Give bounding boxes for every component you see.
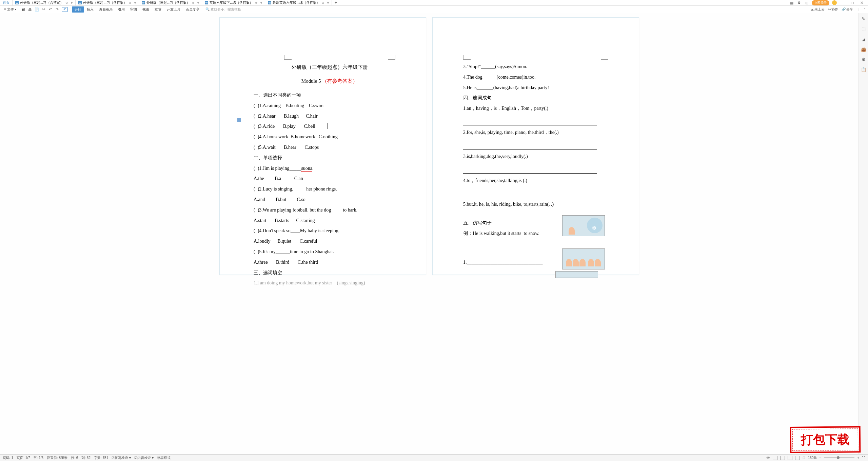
- pin-icon[interactable]: ⊘: [255, 1, 258, 4]
- document-tab-0[interactable]: W 外研版（三起...习（含答案） ⊘ ▾: [13, 0, 76, 6]
- pin-icon[interactable]: ⊘: [129, 1, 132, 4]
- tab-label: 外研版（三起...习（含答案）: [20, 0, 63, 5]
- login-button[interactable]: 立即登录: [812, 0, 829, 5]
- minimize-button[interactable]: —: [840, 0, 846, 5]
- close-icon[interactable]: ▾: [134, 1, 136, 5]
- home-label: 首页: [3, 0, 9, 5]
- new-tab-button[interactable]: +: [332, 0, 340, 5]
- kebab-icon[interactable]: ⋮: [856, 7, 860, 11]
- word-icon: W: [268, 1, 271, 4]
- print-icon[interactable]: 🖶: [28, 7, 33, 12]
- hamburger-icon: ≡: [4, 7, 6, 11]
- titlebar-right: ▦ ♛ ⊞ 立即登录 — □ ✕: [789, 0, 868, 5]
- search-placeholder: 查找命令、搜索模板: [211, 7, 241, 12]
- search-icon: 🔍: [205, 7, 210, 11]
- document-tab-3[interactable]: W 英语六年级下...练（含答案） ⊘ ▾: [202, 0, 265, 6]
- word-icon: W: [78, 1, 82, 4]
- word-icon: W: [142, 1, 145, 4]
- cut-icon[interactable]: ✂: [41, 7, 46, 12]
- save-icon[interactable]: 🖬: [21, 7, 26, 12]
- chevron-down-icon: ▾: [15, 8, 16, 11]
- document-tab-1[interactable]: W 外研版（三起...习（含答案） ⊘ ▾: [76, 0, 139, 6]
- collapse-ribbon-icon[interactable]: ⌃: [863, 8, 866, 11]
- avatar[interactable]: [832, 0, 837, 5]
- ribbon-tab-view[interactable]: 视图: [140, 6, 152, 13]
- ribbon-tab-devtools[interactable]: 开发工具: [164, 6, 183, 13]
- close-icon[interactable]: ▾: [327, 1, 329, 5]
- ribbon-tab-reference[interactable]: 引用: [115, 6, 127, 13]
- file-menu[interactable]: ≡ 文件 ▾: [2, 7, 18, 12]
- share-icon: ⚯: [828, 7, 831, 11]
- ribbon-tab-review[interactable]: 审阅: [127, 6, 140, 13]
- tab-label: 外研版（三起...习（含答案）: [83, 0, 126, 5]
- maximize-button[interactable]: □: [849, 0, 856, 5]
- link-icon: 🔗: [842, 7, 846, 11]
- tab-label: 英语六年级下...练（含答案）: [210, 0, 253, 5]
- close-button[interactable]: ✕: [859, 0, 865, 5]
- preview-icon[interactable]: 📄: [35, 7, 39, 12]
- ribbon-tabs: 开始 插入 页面布局 引用 审阅 视图 章节 开发工具 会员专享: [72, 6, 202, 13]
- quick-access-toolbar: 🖬 🖶 📄 ✂ ↶ ↷ ↶: [21, 7, 68, 12]
- tab-label: 最新英语六年级...练（含答案）: [273, 0, 319, 5]
- pin-icon[interactable]: ⊘: [192, 1, 195, 4]
- ribbon-tab-insert[interactable]: 插入: [84, 6, 96, 13]
- pin-icon[interactable]: ⊘: [65, 1, 68, 4]
- cloud-icon: ☁: [810, 7, 814, 11]
- ribbon-tab-layout[interactable]: 页面布局: [96, 6, 115, 13]
- grid2-icon[interactable]: ⊞: [804, 0, 809, 5]
- crown-icon[interactable]: ♛: [797, 0, 802, 5]
- close-icon[interactable]: ▾: [197, 1, 199, 5]
- redo-icon[interactable]: ↷: [55, 7, 60, 12]
- titlebar: 首页 W 外研版（三起...习（含答案） ⊘ ▾ W 外研版（三起...习（含答…: [0, 0, 868, 6]
- command-search[interactable]: 🔍 查找命令、搜索模板: [205, 7, 241, 12]
- cloud-status[interactable]: ☁未上云: [810, 7, 825, 12]
- word-icon: W: [15, 1, 19, 4]
- ribbon-tab-section[interactable]: 章节: [152, 6, 164, 13]
- close-icon[interactable]: ▾: [71, 1, 73, 5]
- document-tab-2[interactable]: W 外研版（三起...习（含答案） ⊘ ▾: [139, 0, 202, 6]
- toolbar-right: ☁未上云 ⚯协作 🔗分享 ⋮ ⌃: [810, 7, 866, 12]
- tab-label: 外研版（三起...习（含答案）: [146, 0, 190, 5]
- toolbar: ≡ 文件 ▾ 🖬 🖶 📄 ✂ ↶ ↷ ↶ 开始 插入 页面布局 引用 审阅 视图…: [0, 6, 868, 13]
- tab-home[interactable]: 首页: [0, 0, 13, 6]
- document-tab-4[interactable]: W 最新英语六年级...练（含答案） ⊘ ▾: [265, 0, 332, 6]
- grid-icon[interactable]: ▦: [789, 0, 794, 5]
- collab-button[interactable]: ⚯协作: [828, 7, 838, 12]
- format-painter-icon[interactable]: ↶: [62, 7, 68, 12]
- ribbon-tab-premium[interactable]: 会员专享: [183, 6, 202, 13]
- share-button[interactable]: 🔗分享: [842, 7, 853, 12]
- pin-icon[interactable]: ⊘: [322, 1, 324, 4]
- ribbon-tab-start[interactable]: 开始: [72, 6, 84, 13]
- word-icon: W: [205, 1, 208, 4]
- file-label: 文件: [7, 7, 14, 12]
- undo-icon[interactable]: ↶: [48, 7, 53, 12]
- close-icon[interactable]: ▾: [260, 1, 262, 5]
